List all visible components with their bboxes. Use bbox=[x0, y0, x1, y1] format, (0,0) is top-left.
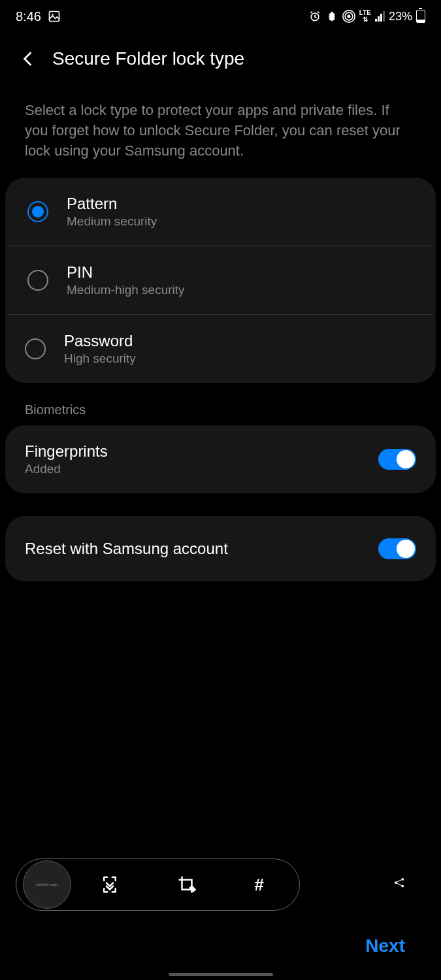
page-header: Secure Folder lock type bbox=[0, 33, 441, 89]
back-icon[interactable] bbox=[20, 50, 37, 67]
biometrics-card: Fingerprints Added bbox=[5, 425, 436, 493]
reset-toggle[interactable] bbox=[378, 538, 416, 559]
reset-title: Reset with Samsung account bbox=[25, 540, 228, 558]
lock-option-password[interactable]: Password High security bbox=[5, 315, 436, 383]
description-text: Select a lock type to protect your apps … bbox=[0, 89, 441, 178]
vibrate-icon bbox=[325, 10, 338, 23]
picture-icon bbox=[48, 10, 61, 23]
lock-options-card: Pattern Medium security PIN Medium-high … bbox=[5, 178, 436, 383]
signal-icon bbox=[375, 11, 385, 22]
option-title: Pattern bbox=[67, 195, 157, 213]
screenshot-thumbnail[interactable]: Add files easily bbox=[23, 860, 71, 909]
status-time: 8:46 bbox=[16, 9, 41, 24]
option-subtitle: High security bbox=[64, 351, 136, 366]
radio-unselected-icon bbox=[27, 270, 48, 291]
hashtag-icon[interactable]: # bbox=[254, 875, 263, 895]
share-icon[interactable] bbox=[393, 877, 405, 889]
option-title: Password bbox=[64, 332, 136, 350]
reset-card: Reset with Samsung account bbox=[5, 516, 436, 581]
radio-unselected-icon bbox=[25, 338, 46, 359]
fingerprints-row[interactable]: Fingerprints Added bbox=[5, 425, 436, 493]
battery-icon bbox=[416, 10, 425, 23]
home-indicator[interactable] bbox=[169, 973, 273, 976]
hotspot-icon bbox=[342, 10, 355, 23]
next-button[interactable]: Next bbox=[365, 936, 405, 956]
status-bar: 8:46 LTE⇅ 23% bbox=[0, 0, 441, 33]
fingerprints-toggle[interactable] bbox=[378, 449, 416, 470]
battery-percent: 23% bbox=[389, 10, 412, 24]
screenshot-toolbar: Add files easily # bbox=[16, 858, 300, 911]
svg-point-6 bbox=[395, 881, 397, 884]
alarm-icon bbox=[308, 10, 321, 23]
svg-point-3 bbox=[347, 15, 350, 18]
fingerprints-title: Fingerprints bbox=[25, 442, 108, 461]
reset-samsung-row[interactable]: Reset with Samsung account bbox=[5, 516, 436, 581]
svg-point-7 bbox=[401, 878, 404, 881]
crop-edit-icon[interactable] bbox=[177, 875, 197, 894]
radio-selected-icon bbox=[27, 201, 48, 222]
scroll-capture-icon[interactable] bbox=[100, 875, 120, 894]
svg-point-8 bbox=[401, 885, 404, 887]
lte-icon: LTE⇅ bbox=[359, 10, 371, 23]
page-title: Secure Folder lock type bbox=[52, 48, 244, 69]
option-subtitle: Medium security bbox=[67, 214, 157, 229]
fingerprints-subtitle: Added bbox=[25, 462, 108, 476]
lock-option-pattern[interactable]: Pattern Medium security bbox=[8, 178, 433, 246]
option-subtitle: Medium-high security bbox=[67, 283, 185, 297]
svg-rect-0 bbox=[49, 12, 59, 22]
lock-option-pin[interactable]: PIN Medium-high security bbox=[8, 246, 433, 315]
biometrics-section-label: Biometrics bbox=[0, 383, 441, 425]
option-title: PIN bbox=[67, 263, 185, 282]
